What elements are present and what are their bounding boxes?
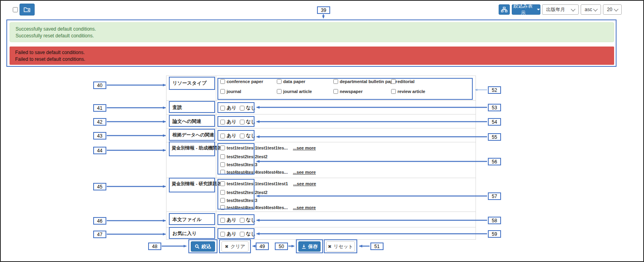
yes-no-checkbox-group: あり なし [220,231,256,237]
yes-no-checkbox-group: あり なし [220,105,256,111]
project-option[interactable]: test2test2test2test2 [220,190,268,195]
checkbox[interactable] [220,154,225,159]
checkbox[interactable] [220,205,225,210]
row-divider [166,178,476,178]
sort-field-select[interactable]: 出版年月 [542,4,579,15]
checkbox[interactable] [333,79,338,84]
checkbox[interactable] [220,181,225,186]
callout-46: 46 [93,217,106,225]
checkbox[interactable] [220,190,225,195]
sort-order-value: asc [585,7,592,12]
callout-54: 54 [488,118,501,126]
checkbox[interactable] [277,89,282,94]
checkbox[interactable] [220,146,225,150]
sort-field-value: 出版年月 [546,6,565,13]
checkbox[interactable] [220,79,225,84]
funder-option[interactable]: test3test3test3 [220,162,257,167]
callout-39: 39 [317,6,330,14]
chevron-down-icon [571,7,575,11]
folder-plus-icon [23,6,31,13]
resource-type-option[interactable]: journal [220,89,241,94]
resource-type-option[interactable]: conference paper [220,79,263,84]
filter-label-funder-name: 資金別情報 - 助成機関名 [172,145,221,151]
callout-59: 59 [488,230,501,238]
no-checkbox[interactable] [240,120,245,124]
yes-checkbox[interactable] [220,134,225,138]
yes-checkbox[interactable] [220,120,225,124]
filter-label-project-name: 資金別情報 - 研究課題名 [172,181,221,187]
search-button[interactable]: 絞込 [191,241,215,252]
yes-no-checkbox-group: あり なし [220,217,256,223]
filter-display-button[interactable]: 絞込み表示 [512,4,540,15]
resource-type-option[interactable]: journal article [277,89,312,94]
callout-51: 51 [370,243,384,250]
see-more-link[interactable]: ...see more [293,181,316,186]
save-button[interactable]: 保存 [298,241,321,252]
sitemap-icon [501,7,507,12]
row-divider [166,212,476,212]
callout-44: 44 [93,147,106,154]
no-checkbox[interactable] [240,218,245,223]
no-checkbox[interactable] [240,106,245,111]
callout-57: 57 [488,192,501,200]
row-divider [166,100,476,101]
checkbox[interactable] [391,89,396,94]
filter-label-resource-type: リソースタイプ [172,80,207,87]
see-more-link[interactable]: ...see more [293,205,315,210]
callout-55: 55 [488,133,501,141]
checkbox[interactable] [277,79,282,84]
select-all-checkbox[interactable] [13,7,18,12]
index-tree-button[interactable] [499,4,510,15]
clear-button[interactable]: ✖ クリア [221,241,249,252]
checkbox[interactable] [220,89,225,94]
sort-order-select[interactable]: asc [581,4,601,15]
project-option[interactable]: test3test3test3 [220,198,257,203]
callout-42: 42 [93,118,106,126]
resource-type-option[interactable]: data paper [277,79,305,84]
filter-label-peer-review: 査読 [172,104,182,111]
no-checkbox[interactable] [240,232,245,237]
see-more-link[interactable]: ...see more [293,170,315,175]
row-divider [166,114,476,115]
resource-type-option[interactable]: review article [391,89,425,94]
row-divider [166,227,476,227]
callout-40: 40 [93,82,106,89]
page-size-select[interactable]: 20 [603,4,622,15]
reset-button[interactable]: ✖ リセット [326,241,355,252]
yes-checkbox[interactable] [220,218,225,223]
funder-option[interactable]: test4test4test4test4test4tes... ...see m… [220,170,316,175]
see-more-link[interactable]: ...see more [293,146,315,150]
funder-option[interactable]: test2test2test2test2 [220,154,268,159]
yes-checkbox[interactable] [220,232,225,237]
checkbox[interactable] [220,198,225,203]
resource-type-option[interactable]: newspaper [333,89,362,94]
row-divider [166,128,476,128]
no-checkbox[interactable] [240,134,245,138]
project-option[interactable]: test4test4test4test4test4tes... ...see m… [220,205,316,210]
export-items-button[interactable] [20,4,35,16]
callout-50: 50 [275,243,288,250]
yes-no-checkbox-group: あり なし [220,132,256,139]
callout-47: 47 [93,231,106,238]
project-option[interactable]: test1test1test1test1test1test1 ...see mo… [220,181,316,186]
yes-no-checkbox-group: あり なし [220,118,256,125]
success-message-line: Successfully saved default conditions. [16,26,614,33]
checkbox[interactable] [220,170,225,175]
checkbox[interactable] [391,79,396,84]
filter-label-article-relation: 論文への関連 [172,118,202,125]
error-alert: Failed to save default conditions. Faile… [10,47,614,65]
yes-checkbox[interactable] [220,106,225,111]
page-size-value: 20 [607,7,612,12]
resource-type-option[interactable]: editorial [391,79,415,84]
callout-48: 48 [148,243,161,250]
success-message-line: Successfully reset default conditions. [16,33,614,39]
column-divider [216,76,216,239]
callout-58: 58 [488,217,501,224]
filter-label-fulltext-file: 本文ファイル [172,216,202,223]
checkbox[interactable] [220,162,225,167]
checkbox[interactable] [333,89,338,94]
funder-option[interactable]: test1test1test1test1test1tes... ...see m… [220,146,316,150]
search-results-filter-page: 絞込み表示 出版年月 asc 20 Successfully saved def… [0,0,644,262]
resource-type-option[interactable]: departmental bulletin paper [333,79,397,84]
caret-down-icon [537,9,540,10]
